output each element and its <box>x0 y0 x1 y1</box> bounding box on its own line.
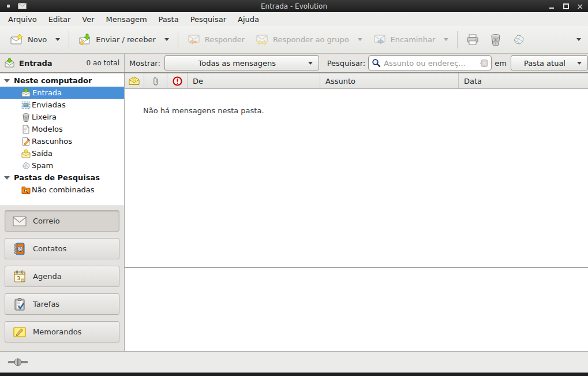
maximize-button[interactable] <box>563 3 570 10</box>
window-title: Entrada - Evolution <box>0 2 588 10</box>
templates-icon <box>21 125 31 134</box>
titlebar: Entrada - Evolution × <box>0 0 588 12</box>
switcher-label: Agenda <box>33 272 62 281</box>
outbox-icon <box>21 149 31 158</box>
print-button[interactable] <box>461 29 484 50</box>
message-filter-dropdown[interactable]: Todas as mensagens <box>164 55 319 70</box>
window-menu-icon[interactable] <box>7 5 10 8</box>
reply-all-dropdown-icon[interactable] <box>358 38 362 41</box>
switcher-memorandos-button[interactable]: Memorandos <box>5 321 119 343</box>
message-status-icon <box>129 76 140 85</box>
menu-ver[interactable]: Ver <box>76 13 100 25</box>
folder-rascunhos[interactable]: Rascunhos <box>0 135 124 147</box>
switcher-label: Tarefas <box>33 300 59 308</box>
column-date[interactable]: Data <box>459 73 588 88</box>
screen-edge-strip <box>0 373 588 376</box>
reply-all-button[interactable]: Responder ao grupo <box>250 29 368 51</box>
minimize-button[interactable] <box>549 3 556 10</box>
forward-dropdown-icon[interactable] <box>444 38 448 41</box>
message-filter-value: Todas as mensagens <box>171 59 304 68</box>
folder-entrada[interactable]: Entrada <box>0 87 124 99</box>
menu-editar[interactable]: Editar <box>43 13 77 25</box>
tree-group-neste-computador[interactable]: Neste computador <box>0 75 124 87</box>
search-input[interactable] <box>384 59 477 68</box>
switcher-tarefas-button[interactable]: Tarefas <box>5 293 119 315</box>
component-switcher: Correio @ Contatos <box>0 206 124 351</box>
new-mail-icon <box>10 33 24 47</box>
preview-pane <box>125 268 588 351</box>
mail-icon <box>13 215 27 227</box>
expander-icon[interactable] <box>4 176 10 180</box>
reply-button[interactable]: Responder <box>182 29 250 51</box>
trash-icon <box>21 113 31 122</box>
tree-group-label: Neste computador <box>14 76 92 85</box>
switcher-agenda-button[interactable]: 3 Agenda <box>5 266 119 287</box>
folder-tree: Neste computador Entrada <box>0 73 124 206</box>
column-from[interactable]: De <box>188 73 320 88</box>
switcher-label: Contatos <box>33 244 66 253</box>
toolbar-overflow-icon[interactable] <box>576 38 581 41</box>
chevron-down-icon <box>308 62 313 65</box>
menu-mensagem[interactable]: Mensagem <box>100 13 153 25</box>
close-button[interactable]: × <box>576 3 583 10</box>
folder-spam[interactable]: Spam <box>0 159 124 172</box>
search-scope-value: Pasta atual <box>517 59 572 68</box>
toolbar-separator <box>178 31 178 49</box>
new-message-button[interactable]: Novo <box>5 29 65 51</box>
switcher-correio-button[interactable]: Correio <box>5 210 119 232</box>
current-folder-header: Entrada 0 ao total <box>0 54 125 72</box>
folder-label: Enviadas <box>32 100 66 109</box>
svg-text:3: 3 <box>17 275 20 281</box>
message-count: 0 ao total <box>87 59 119 67</box>
evolution-window: Entrada - Evolution × Arquivo Editar Ver… <box>0 0 588 376</box>
menu-pesquisar[interactable]: Pesquisar <box>185 13 232 25</box>
menu-ajuda[interactable]: Ajuda <box>232 13 265 25</box>
column-attachment[interactable] <box>144 73 167 88</box>
online-status-icon[interactable] <box>8 358 28 367</box>
delete-button[interactable] <box>484 29 507 50</box>
search-entry[interactable] <box>368 55 492 70</box>
menu-pasta[interactable]: Pasta <box>153 13 185 25</box>
chevron-down-icon <box>577 62 582 65</box>
folder-lixeira[interactable]: Lixeira <box>0 111 124 123</box>
column-subject-label: Assunto <box>325 77 355 85</box>
forward-label: Encaminhar <box>391 35 436 44</box>
new-message-dropdown-icon[interactable] <box>55 38 60 41</box>
junk-button[interactable] <box>507 29 530 50</box>
current-folder-name: Entrada <box>19 59 53 68</box>
tree-group-pastas-de-pesquisas[interactable]: Pastas de Pesquisas <box>0 172 124 184</box>
sent-icon <box>21 100 31 110</box>
em-label: em <box>495 59 507 68</box>
folder-label: Modelos <box>32 125 63 133</box>
send-receive-dropdown-icon[interactable] <box>164 38 169 41</box>
search-scope-dropdown[interactable]: Pasta atual <box>511 55 588 70</box>
search-folder-icon <box>21 185 31 195</box>
message-list-header: De Assunto Data <box>125 73 588 89</box>
column-message-status[interactable] <box>125 73 144 88</box>
switcher-label: Memorandos <box>33 327 81 336</box>
folder-saida[interactable]: Saída <box>0 147 124 159</box>
calendar-icon: 3 <box>13 270 27 284</box>
column-subject[interactable]: Assunto <box>320 73 459 88</box>
search-icon <box>372 58 381 68</box>
expander-icon[interactable] <box>4 79 10 83</box>
switcher-contatos-button[interactable]: @ Contatos <box>5 238 119 259</box>
folder-enviadas[interactable]: Enviadas <box>0 99 124 111</box>
clear-search-icon[interactable] <box>480 59 488 67</box>
message-list-body[interactable]: Não há mensagens nesta pasta. <box>125 89 588 267</box>
filterbar: Entrada 0 ao total Mostrar: Todas as men… <box>0 54 588 73</box>
forward-button[interactable]: Encaminhar <box>368 29 454 51</box>
send-receive-button[interactable]: Enviar / receber <box>73 29 174 51</box>
column-priority[interactable] <box>167 73 188 88</box>
junk-icon <box>21 161 31 170</box>
send-receive-icon <box>78 33 92 47</box>
menu-arquivo[interactable]: Arquivo <box>2 13 43 25</box>
contacts-icon: @ <box>13 242 27 256</box>
print-icon <box>466 33 480 47</box>
folder-nao-combinadas[interactable]: Não combinadas <box>0 184 124 196</box>
folder-modelos[interactable]: Modelos <box>0 123 124 135</box>
folder-label: Não combinadas <box>32 185 95 194</box>
toolbar-separator <box>457 31 458 49</box>
statusbar <box>0 351 588 373</box>
folder-label: Rascunhos <box>32 137 72 146</box>
